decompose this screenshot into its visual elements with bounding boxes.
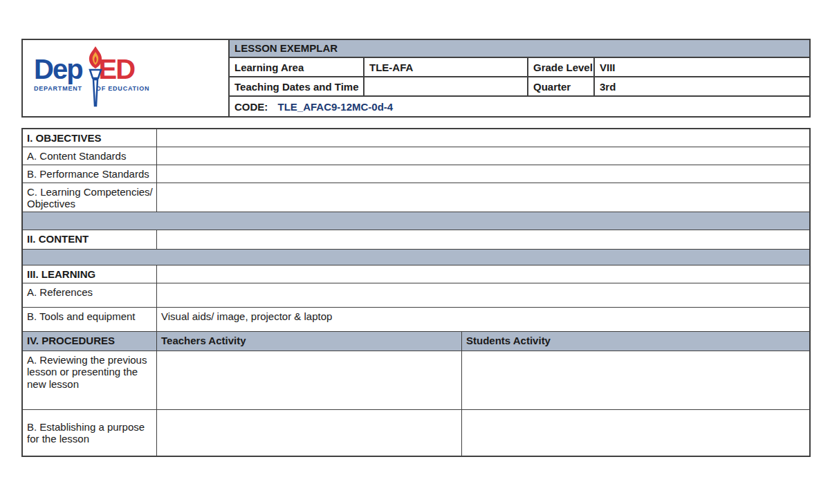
learning-resources-title: III. LEARNING RESOURCES: [23, 265, 157, 283]
learning-area-label: Learning Area: [230, 58, 365, 76]
content-standards-value-cell: [157, 147, 809, 165]
header-right: LESSON EXEMPLAR Learning Area TLE-AFA Gr…: [230, 40, 809, 116]
tools-equipment-label: B. Tools and equipment: [23, 308, 157, 331]
row-reviewing-lesson: A. Reviewing the previous lesson or pres…: [23, 351, 809, 410]
performance-standards-label: B. Performance Standards: [23, 165, 157, 183]
quarter-label: Quarter: [528, 77, 595, 95]
logo-text-department: DEPARTMENT: [34, 85, 82, 92]
header-row-learning-area: Learning Area TLE-AFA Grade Level VIII: [230, 58, 809, 77]
objectives-title-value-cell: [157, 129, 809, 147]
lesson-table: I. OBJECTIVES A. Content Standards B. Pe…: [21, 128, 811, 457]
content-value-cell: [157, 230, 809, 249]
content-standards-label: A. Content Standards: [23, 147, 157, 165]
header-table: Dep ED DEPARTMENT OF EDUCATION LESS: [21, 39, 811, 118]
teaching-dates-value: [365, 77, 528, 95]
torch-icon: [84, 46, 107, 108]
reviewing-student-cell: [462, 351, 809, 409]
establishing-purpose-label-cell: B. Establishing a purpose for the lesson: [23, 410, 157, 456]
references-value-cell: [157, 283, 809, 307]
row-performance-standards: B. Performance Standards: [23, 165, 809, 183]
students-activity-header: Students Activity: [462, 332, 809, 351]
row-content-title: II. CONTENT: [23, 230, 809, 250]
row-tools-equipment: B. Tools and equipment Visual aids/ imag…: [23, 308, 809, 332]
objectives-title: I. OBJECTIVES: [23, 129, 157, 147]
row-objectives-title: I. OBJECTIVES: [23, 129, 809, 147]
logo-cell: Dep ED DEPARTMENT OF EDUCATION: [23, 40, 230, 116]
establishing-purpose-label: B. Establishing a purpose for the lesson: [27, 421, 154, 445]
reviewing-lesson-label: A. Reviewing the previous lesson or pres…: [23, 351, 157, 409]
learning-competencies-value-cell: [157, 183, 809, 212]
performance-standards-value-cell: [157, 165, 809, 183]
lesson-exemplar-title: LESSON EXEMPLAR: [230, 40, 809, 58]
grade-level-label: Grade Level: [528, 58, 595, 76]
logo-subtitle: DEPARTMENT OF EDUCATION: [34, 85, 214, 92]
learning-resources-value-cell: [157, 265, 809, 283]
divider-band-1: [23, 212, 809, 230]
row-learning-resources-title: III. LEARNING RESOURCES: [23, 265, 809, 283]
tools-equipment-value: Visual aids/ image, projector & laptop: [157, 308, 809, 331]
establishing-teacher-cell: [157, 410, 462, 456]
code-row: CODE: TLE_AFAC9-12MC-0d-4: [230, 97, 809, 116]
deped-logo: Dep ED DEPARTMENT OF EDUCATION: [34, 46, 214, 92]
row-content-standards: A. Content Standards: [23, 147, 809, 165]
logo-text-dep: Dep: [34, 55, 82, 83]
reviewing-teacher-cell: [157, 351, 462, 409]
row-establishing-purpose: B. Establishing a purpose for the lesson: [23, 410, 809, 456]
divider-band-2: [23, 250, 809, 265]
row-procedures-header: IV. PROCEDURES Teachers Activity Student…: [23, 332, 809, 351]
procedures-title: IV. PROCEDURES: [23, 332, 157, 351]
quarter-value: 3rd: [595, 77, 809, 95]
logo-wordmark: Dep ED: [34, 46, 214, 83]
teachers-activity-header: Teachers Activity: [157, 332, 462, 351]
code-value: TLE_AFAC9-12MC-0d-4: [278, 101, 394, 113]
references-label: A. References: [23, 283, 157, 307]
teaching-dates-label: Teaching Dates and Time: [230, 77, 365, 95]
learning-area-value: TLE-AFA: [365, 58, 528, 76]
header-row-teaching-dates: Teaching Dates and Time Quarter 3rd: [230, 77, 809, 97]
learning-competencies-label: C. Learning Competencies/ Objectives: [23, 183, 157, 212]
establishing-student-cell: [462, 410, 809, 456]
document-page: Dep ED DEPARTMENT OF EDUCATION LESS: [0, 0, 830, 504]
grade-level-value: VIII: [595, 58, 809, 76]
row-learning-competencies: C. Learning Competencies/ Objectives: [23, 183, 809, 212]
code-label: CODE:: [234, 101, 268, 113]
row-references: A. References: [23, 283, 809, 308]
content-title: II. CONTENT: [23, 230, 157, 249]
